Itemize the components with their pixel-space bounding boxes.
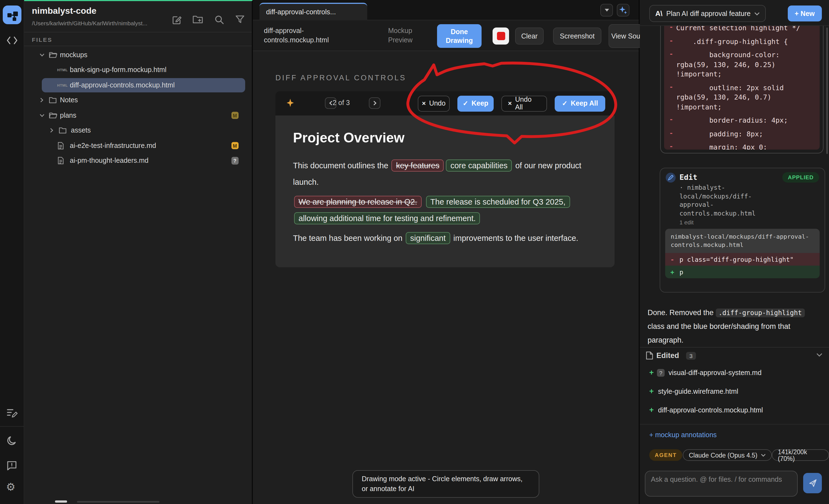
compose-notes-icon[interactable] bbox=[7, 408, 17, 418]
edit-square-icon[interactable] bbox=[172, 15, 182, 25]
minus-icon: - bbox=[666, 50, 676, 79]
drawing-mode-toast: Drawing mode active - Circle elements, d… bbox=[352, 470, 539, 498]
chat-input[interactable] bbox=[645, 471, 797, 496]
edit-file-path: · nimbalyst-local/mockups/diff-approval-… bbox=[680, 184, 759, 218]
chat-scrollbar[interactable] bbox=[826, 28, 828, 154]
deleted-text: We are planning to release in Q2. bbox=[294, 196, 422, 208]
next-diff-button[interactable] bbox=[369, 97, 381, 109]
diff-file-header: nimbalyst-local/mockups/diff-approval-co… bbox=[665, 229, 820, 253]
keep-button[interactable]: ✓Keep bbox=[457, 96, 494, 111]
project-header: nimbalyst-code /Users/karlwirth/GitHub/K… bbox=[24, 1, 252, 32]
edited-count-badge: 3 bbox=[686, 352, 696, 360]
chevron-down-icon bbox=[755, 12, 760, 15]
undo-button[interactable]: ×Undo bbox=[418, 96, 450, 111]
editor-panel: diff-approval-controls... diff-approval-… bbox=[253, 0, 639, 504]
sparkle-icon bbox=[286, 99, 294, 107]
files-section-label: FILES bbox=[32, 36, 52, 43]
edited-header[interactable]: Edited 3 bbox=[640, 348, 829, 364]
edited-files-section: Edited 3 + ? visual-diff-approval-system… bbox=[640, 347, 829, 364]
files-divider bbox=[24, 46, 252, 46]
tree-item-label: mockups bbox=[60, 51, 87, 59]
code-diff-block: -Current selection highlight */ - .diff-… bbox=[660, 20, 824, 153]
untracked-badge: ? bbox=[231, 157, 239, 165]
modified-badge: M bbox=[231, 142, 239, 149]
chevron-right-icon bbox=[50, 128, 53, 133]
paper-plane-icon bbox=[808, 479, 817, 487]
clear-button[interactable]: Clear bbox=[515, 28, 544, 44]
tree-item-ai-e2e-test-infrastructure[interactable]: ai-e2e-test-infrastructure.md M bbox=[24, 138, 252, 153]
added-text: core capabilities bbox=[446, 159, 512, 172]
icon-rail: ⚙ bbox=[0, 0, 24, 504]
tab-dropdown-button[interactable] bbox=[600, 4, 613, 16]
ai-sparkle-button[interactable] bbox=[617, 4, 629, 16]
tab-diff-approval-controls[interactable]: diff-approval-controls... bbox=[259, 3, 367, 20]
deleted-code-region: -Current selection highlight */ - .diff-… bbox=[664, 21, 820, 150]
chevron-down-icon bbox=[40, 53, 44, 57]
new-folder-icon[interactable] bbox=[192, 15, 204, 24]
html-file-icon: HTML bbox=[57, 83, 68, 87]
keep-all-button[interactable]: ✓Keep All bbox=[555, 96, 605, 111]
inline-code: .diff-group-highlight bbox=[716, 309, 804, 317]
thread-selector[interactable]: A\ Plan AI diff approval feature bbox=[649, 5, 766, 22]
x-icon: × bbox=[422, 100, 426, 107]
moon-icon[interactable] bbox=[7, 436, 17, 446]
chevron-down-icon bbox=[40, 114, 44, 117]
folder-icon bbox=[59, 127, 67, 134]
tree-item-plans[interactable]: plans M bbox=[24, 108, 252, 123]
document-title: Project Overview bbox=[293, 130, 405, 146]
send-button[interactable] bbox=[803, 473, 822, 493]
minus-icon: - bbox=[666, 37, 676, 46]
chevron-down-icon bbox=[761, 454, 765, 457]
filter-icon[interactable] bbox=[235, 15, 245, 24]
plus-icon: + bbox=[665, 268, 680, 276]
tree-item-assets[interactable]: assets bbox=[24, 123, 252, 138]
clipped-bottom-row bbox=[55, 495, 160, 504]
undo-all-button[interactable]: ×Undo All bbox=[501, 96, 547, 111]
feedback-icon[interactable] bbox=[7, 461, 17, 471]
edited-file-row[interactable]: + ? visual-diff-approval-system.md bbox=[640, 365, 829, 381]
agent-mode-badge[interactable]: AGENT bbox=[649, 449, 682, 461]
diff-added-line: + p bbox=[665, 265, 820, 278]
edit-tool-card: Edit APPLIED · nimbalyst-local/mockups/d… bbox=[660, 168, 825, 293]
applied-status-badge: APPLIED bbox=[782, 172, 819, 183]
app-window: ⚙ nimbalyst-code /Users/karlwirth/GitHub… bbox=[0, 0, 829, 504]
tree-item-diff-approval-controls[interactable]: HTML diff-approval-controls.mockup.html bbox=[24, 77, 252, 93]
minus-icon: - bbox=[666, 129, 676, 139]
minus-icon: - bbox=[666, 142, 676, 150]
tree-item-label: ai-e2e-test-infrastructure.md bbox=[70, 142, 156, 150]
tab-label: diff-approval-controls... bbox=[266, 8, 336, 16]
tree-item-ai-pm-thought-leaders[interactable]: ai-pm-thought-leaders.md ? bbox=[24, 153, 252, 168]
added-text: significant bbox=[406, 232, 450, 244]
search-icon[interactable] bbox=[214, 15, 224, 25]
pencil-icon bbox=[666, 173, 676, 183]
file-name: diff-approval-controls.mockup.html bbox=[264, 26, 353, 45]
minus-icon: - bbox=[666, 115, 676, 125]
gear-icon[interactable]: ⚙ bbox=[6, 482, 15, 492]
tool-name: Edit bbox=[680, 173, 697, 181]
done-drawing-button[interactable]: Done Drawing bbox=[437, 24, 481, 48]
model-selector[interactable]: Claude Code (Opus 4.5) bbox=[683, 449, 771, 461]
context-usage-badge: 141k/200k (70%) bbox=[772, 449, 829, 461]
chat-header: A\ Plan AI diff approval feature + New bbox=[640, 0, 829, 26]
edited-file-row[interactable]: + diff-approval-controls.mockup.html bbox=[640, 402, 829, 418]
diff-controls-strip: 2 of 3 ×Undo ✓Keep ×Undo All ✓Keep All bbox=[276, 91, 615, 115]
tree-item-notes[interactable]: Notes bbox=[24, 93, 252, 108]
check-icon: ✓ bbox=[463, 100, 468, 107]
mockup-annotations-link[interactable]: + mockup annotations bbox=[649, 431, 717, 439]
edit-diff-preview[interactable]: nimbalyst-local/mockups/diff-approval-co… bbox=[665, 229, 820, 278]
tree-item-label: assets bbox=[71, 127, 91, 135]
chat-input-container bbox=[645, 471, 798, 497]
tree-item-mockups[interactable]: mockups bbox=[24, 47, 252, 63]
tree-item-bank-sign-up-form[interactable]: HTML bank-sign-up-form.mockup.html bbox=[24, 63, 252, 77]
x-icon: × bbox=[508, 100, 512, 107]
mode-label: Mockup Preview bbox=[388, 26, 423, 45]
screenshot-button[interactable]: Screenshot bbox=[553, 28, 602, 44]
deleted-text: key features bbox=[392, 159, 444, 172]
file-tree: mockups HTML bank-sign-up-form.mockup.ht… bbox=[24, 47, 252, 168]
code-icon[interactable] bbox=[7, 36, 17, 44]
app-logo-icon[interactable] bbox=[3, 5, 22, 24]
edited-file-row[interactable]: + style-guide.wireframe.html bbox=[640, 384, 829, 399]
new-thread-button[interactable]: + New bbox=[788, 5, 822, 22]
diff-pager: 2 of 3 bbox=[333, 99, 350, 107]
drawing-color-swatch[interactable] bbox=[493, 28, 509, 44]
